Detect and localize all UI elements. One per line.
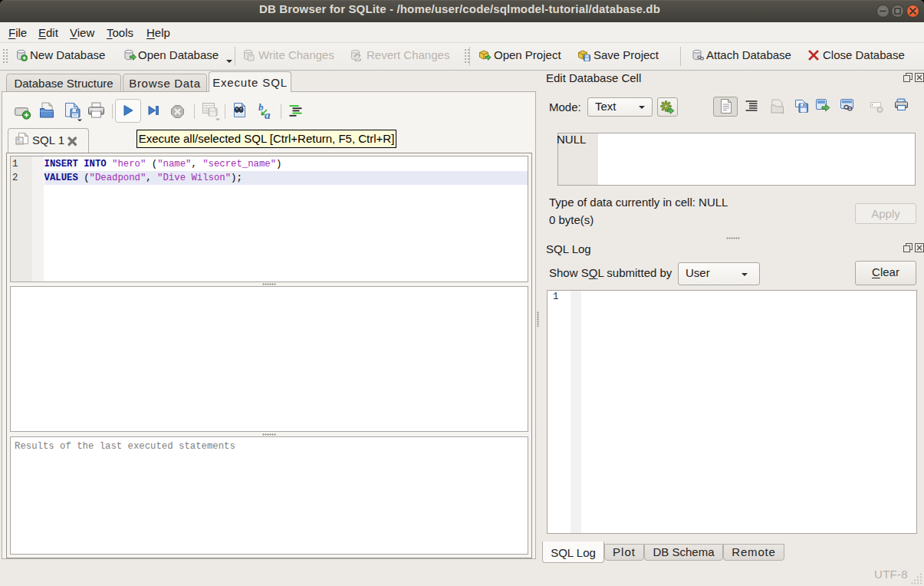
svg-text:b: b bbox=[258, 103, 264, 113]
